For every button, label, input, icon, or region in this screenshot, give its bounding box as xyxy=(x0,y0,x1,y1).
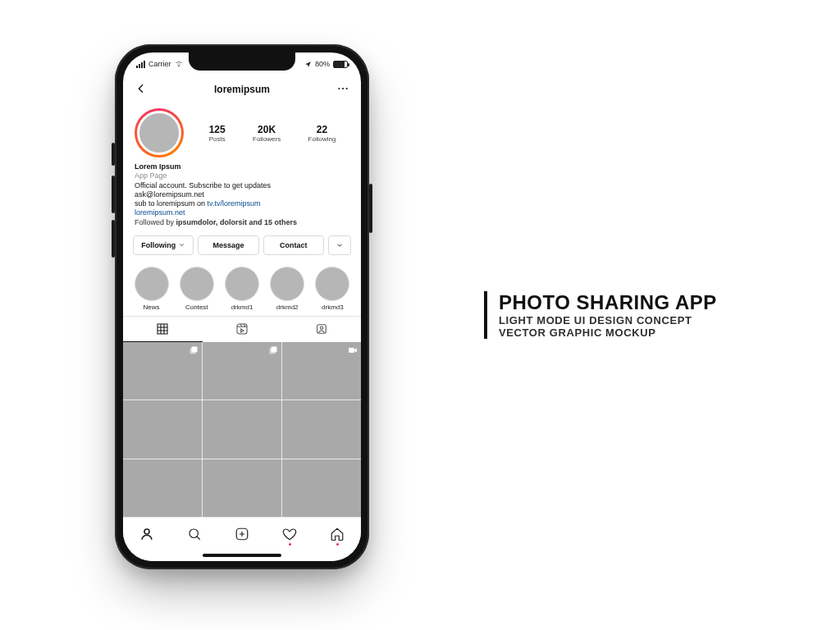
phone-mute-switch xyxy=(112,143,115,166)
grid-icon xyxy=(156,322,169,336)
bottom-nav xyxy=(123,517,361,550)
bio-line-1: Official account. Subscribe to get updat… xyxy=(135,181,349,190)
phone-volume-up xyxy=(112,176,115,213)
following-button[interactable]: Following xyxy=(133,235,194,255)
tagged-icon xyxy=(315,322,328,336)
profile-username: loremipsum xyxy=(148,84,336,95)
contact-button[interactable]: Contact xyxy=(263,235,324,255)
post-thumbnail[interactable] xyxy=(282,342,361,399)
nav-activity[interactable] xyxy=(276,518,304,550)
location-arrow-icon xyxy=(304,61,312,68)
wifi-icon xyxy=(175,60,183,68)
post-thumbnail[interactable] xyxy=(203,342,281,399)
grid-tab[interactable] xyxy=(123,317,203,342)
bio-external-link[interactable]: tv.tv/loremipsum xyxy=(208,199,261,208)
phone-power-button xyxy=(369,184,372,233)
promo-accent-bar xyxy=(484,291,487,339)
story-ring[interactable] xyxy=(135,108,184,158)
nav-search[interactable] xyxy=(180,518,208,550)
svg-point-0 xyxy=(338,87,340,89)
more-horizontal-icon xyxy=(336,82,349,95)
profile-header: loremipsum xyxy=(123,75,361,103)
stat-following-label: Following xyxy=(308,135,336,143)
more-button[interactable] xyxy=(336,82,349,98)
home-icon xyxy=(330,527,345,541)
profile-view-tabs xyxy=(123,316,361,342)
display-name: Lorem Ipsum xyxy=(135,162,349,171)
promo-block: PHOTO SHARING APP LIGHT MODE UI DESIGN C… xyxy=(484,291,717,339)
svg-point-11 xyxy=(144,529,149,534)
stat-followers[interactable]: 20K Followers xyxy=(253,124,281,143)
chevron-down-icon xyxy=(178,241,185,249)
highlight-item[interactable]: drkmd3 xyxy=(314,267,351,311)
profile-avatar xyxy=(137,111,181,155)
svg-point-2 xyxy=(346,87,348,89)
notification-dot xyxy=(336,543,339,546)
carrier-label: Carrier xyxy=(148,60,171,68)
highlight-label: News xyxy=(144,304,160,311)
nav-profile[interactable] xyxy=(133,518,161,550)
svg-point-1 xyxy=(342,87,344,89)
post-thumbnail[interactable] xyxy=(123,400,202,458)
highlight-label: drkmd1 xyxy=(231,304,253,311)
highlight-item[interactable]: News xyxy=(133,267,170,311)
chevron-left-icon xyxy=(135,82,148,95)
post-thumbnail[interactable] xyxy=(282,400,361,458)
stat-following[interactable]: 22 Following xyxy=(308,124,336,143)
phone-volume-down xyxy=(112,220,115,258)
story-highlights-row: News Contest drkmd1 drkmd2 drkmd3 xyxy=(123,258,361,316)
tagged-tab[interactable] xyxy=(281,317,361,342)
highlight-item[interactable]: drkmd2 xyxy=(269,267,306,311)
stat-followers-label: Followers xyxy=(253,135,281,143)
heart-icon xyxy=(282,527,297,541)
signal-strength-icon xyxy=(136,61,145,68)
battery-icon xyxy=(333,61,348,68)
post-thumbnail[interactable] xyxy=(123,342,202,399)
profile-icon xyxy=(139,527,154,541)
phone-frame: Carrier 80% 10:22 loremipsum xyxy=(115,44,369,569)
svg-rect-10 xyxy=(349,348,354,353)
highlight-cover xyxy=(180,267,214,301)
highlight-cover xyxy=(225,267,259,301)
post-thumbnail[interactable] xyxy=(123,459,202,517)
profile-bio: Lorem Ipsum App Page Official account. S… xyxy=(123,161,361,232)
svg-point-12 xyxy=(189,529,199,538)
stat-following-count: 22 xyxy=(308,124,336,135)
post-thumbnail[interactable] xyxy=(203,459,281,517)
highlight-item[interactable]: drkmd1 xyxy=(223,267,260,311)
add-post-icon xyxy=(235,527,249,541)
reels-tab[interactable] xyxy=(203,317,282,342)
following-button-label: Following xyxy=(141,241,176,249)
followed-by-row[interactable]: Followed by ipsumdolor, dolorsit and 15 … xyxy=(135,218,349,227)
phone-screen: Carrier 80% 10:22 loremipsum xyxy=(123,52,361,561)
reels-icon xyxy=(235,322,249,336)
highlight-label: drkmd2 xyxy=(276,304,299,311)
promo-subtitle-1: LIGHT MODE UI DESIGN CONCEPT xyxy=(499,314,717,326)
stat-posts-count: 125 xyxy=(209,124,226,135)
promo-title: PHOTO SHARING APP xyxy=(499,291,717,314)
phone-notch xyxy=(189,52,295,71)
carousel-icon xyxy=(189,345,199,355)
svg-rect-3 xyxy=(237,324,247,334)
chevron-down-icon xyxy=(336,241,344,249)
stat-posts[interactable]: 125 Posts xyxy=(209,124,226,143)
search-icon xyxy=(187,527,202,541)
bio-website-link[interactable]: loremipsum.net xyxy=(135,208,185,217)
highlight-item[interactable]: Contest xyxy=(178,267,215,311)
highlight-cover xyxy=(315,267,349,301)
nav-home[interactable] xyxy=(323,518,351,550)
bio-email: ask@loremipsum.net xyxy=(135,190,349,199)
promo-subtitle-2: VECTOR GRAPHIC MOCKUP xyxy=(499,326,717,339)
svg-point-5 xyxy=(320,326,322,329)
svg-rect-9 xyxy=(270,348,276,354)
message-button[interactable]: Message xyxy=(198,235,258,255)
highlight-cover xyxy=(135,267,169,301)
highlight-label: Contest xyxy=(185,304,208,311)
notification-dot xyxy=(289,543,291,546)
back-button[interactable] xyxy=(135,82,148,98)
suggested-accounts-button[interactable] xyxy=(328,235,351,255)
highlight-cover xyxy=(270,267,304,301)
nav-new-post[interactable] xyxy=(228,518,256,550)
post-thumbnail[interactable] xyxy=(203,400,281,458)
post-thumbnail[interactable] xyxy=(282,459,361,517)
